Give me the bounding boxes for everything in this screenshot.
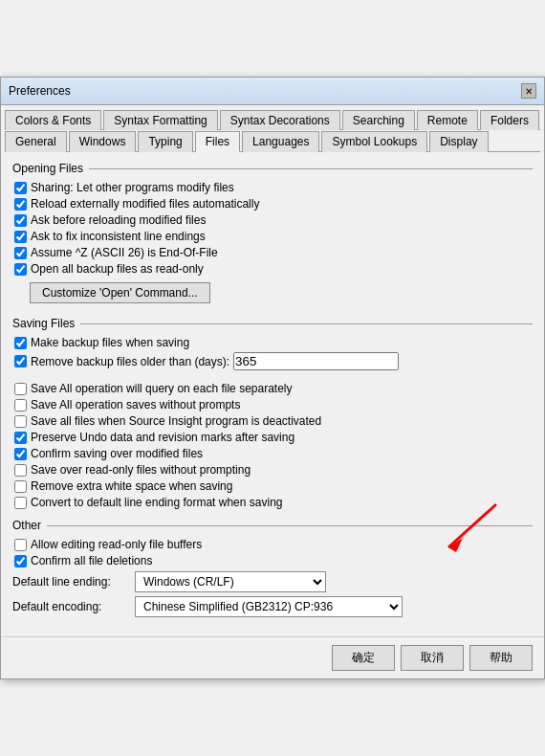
opening-files-section: Opening Files Sharing: Let other program… bbox=[12, 162, 533, 307]
checkbox-row-ask-fix: Ask to fix inconsistent line endings bbox=[12, 230, 533, 243]
label-save-all-query: Save All operation will query on each fi… bbox=[31, 382, 293, 395]
checkbox-assume-ctrl-z[interactable] bbox=[14, 247, 27, 259]
checkbox-confirm-saving[interactable] bbox=[14, 448, 27, 460]
footer: 确定 取消 帮助 bbox=[1, 636, 544, 678]
opening-checkboxes: Sharing: Let other programs modify files… bbox=[12, 181, 533, 276]
checkbox-save-all-no-prompt[interactable] bbox=[14, 399, 27, 411]
label-save-read-only: Save over read-only files without prompt… bbox=[31, 463, 251, 477]
label-confirm-delete: Confirm all file deletions bbox=[31, 554, 152, 567]
ok-button[interactable]: 确定 bbox=[332, 645, 395, 671]
saving-files-section: Saving Files Make backup files when savi… bbox=[12, 317, 533, 509]
tab-languages[interactable]: Languages bbox=[242, 131, 319, 152]
label-save-all-deactivated: Save all files when Source Insight progr… bbox=[31, 414, 321, 428]
checkbox-row-assume-ctrl-z: Assume ^Z (ASCII 26) is End-Of-File bbox=[12, 246, 533, 259]
checkbox-row-sharing: Sharing: Let other programs modify files bbox=[12, 181, 533, 194]
label-ask-fix: Ask to fix inconsistent line endings bbox=[31, 230, 206, 243]
label-preserve-undo: Preserve Undo data and revision marks af… bbox=[31, 431, 294, 444]
checkbox-row-allow-editing: Allow editing read-only file buffers bbox=[12, 538, 533, 551]
checkbox-row-ask-before: Ask before reloading modified files bbox=[12, 213, 533, 227]
tab-folders[interactable]: Folders bbox=[480, 110, 539, 130]
saving-checkboxes-top: Make backup files when savingRemove back… bbox=[12, 336, 533, 370]
checkbox-make-backup[interactable] bbox=[14, 337, 27, 349]
label-confirm-saving: Confirm saving over modified files bbox=[31, 447, 203, 460]
content-wrapper: Opening Files Sharing: Let other program… bbox=[1, 152, 544, 636]
checkbox-ask-before[interactable] bbox=[14, 214, 27, 227]
tab-row-1: Colors & FontsSyntax FormattingSyntax De… bbox=[5, 109, 540, 130]
checkbox-confirm-delete[interactable] bbox=[14, 555, 27, 567]
checkbox-row-save-read-only: Save over read-only files without prompt… bbox=[12, 463, 533, 477]
tab-searching[interactable]: Searching bbox=[342, 110, 415, 130]
checkbox-row-confirm-saving: Confirm saving over modified files bbox=[12, 447, 533, 460]
tab-symbol-lookups[interactable]: Symbol Lookups bbox=[321, 131, 427, 152]
label-remove-whitespace: Remove extra white space when saving bbox=[31, 479, 232, 493]
checkbox-row-remove-whitespace: Remove extra white space when saving bbox=[12, 479, 533, 493]
close-button[interactable]: ✕ bbox=[521, 83, 536, 99]
checkbox-convert-line-ending[interactable] bbox=[14, 497, 27, 509]
content-area: Opening Files Sharing: Let other program… bbox=[1, 152, 544, 636]
other-section: Other Allow editing read-only file buffe… bbox=[12, 519, 533, 617]
tab-row-2: GeneralWindowsTypingFilesLanguagesSymbol… bbox=[5, 130, 540, 152]
tab-syntax-decorations[interactable]: Syntax Decorations bbox=[220, 110, 340, 130]
saving-checkboxes-bottom: Save All operation will query on each fi… bbox=[12, 382, 533, 509]
tab-remote[interactable]: Remote bbox=[417, 110, 478, 130]
label-save-all-no-prompt: Save All operation saves without prompts bbox=[31, 398, 240, 411]
checkbox-sharing[interactable] bbox=[14, 182, 27, 194]
checkbox-preserve-undo[interactable] bbox=[14, 432, 27, 444]
tab-general[interactable]: General bbox=[5, 131, 67, 152]
checkbox-row-save-all-deactivated: Save all files when Source Insight progr… bbox=[12, 414, 533, 428]
checkbox-row-convert-line-ending: Convert to default line ending format wh… bbox=[12, 496, 533, 509]
label-convert-line-ending: Convert to default line ending format wh… bbox=[31, 496, 283, 509]
tab-windows[interactable]: Windows bbox=[69, 131, 137, 152]
encoding-row: Default encoding: Chinese Simplified (GB… bbox=[12, 596, 533, 617]
opening-files-title: Opening Files bbox=[12, 162, 533, 175]
checkbox-row-save-all-query: Save All operation will query on each fi… bbox=[12, 382, 533, 395]
days-input[interactable] bbox=[233, 352, 399, 370]
checkbox-ask-fix[interactable] bbox=[14, 231, 27, 243]
line-ending-select[interactable]: Windows (CR/LF)Unix (LF)Mac (CR) bbox=[135, 571, 326, 592]
checkbox-allow-editing[interactable] bbox=[14, 539, 27, 551]
checkbox-open-backup[interactable] bbox=[14, 263, 27, 276]
label-open-backup: Open all backup files as read-only bbox=[31, 262, 204, 276]
encoding-label: Default encoding: bbox=[12, 600, 127, 613]
checkbox-save-read-only[interactable] bbox=[14, 464, 27, 477]
window-title: Preferences bbox=[9, 84, 71, 98]
checkbox-row-reload: Reload externally modified files automat… bbox=[12, 197, 533, 211]
line-ending-label: Default line ending: bbox=[12, 575, 127, 589]
checkbox-row-confirm-delete: Confirm all file deletions bbox=[12, 554, 533, 567]
cancel-button[interactable]: 取消 bbox=[401, 645, 464, 671]
label-allow-editing: Allow editing read-only file buffers bbox=[31, 538, 202, 551]
checkbox-row-remove-backup: Remove backup files older than (days): bbox=[12, 352, 533, 370]
customize-open-button[interactable]: Customize 'Open' Command... bbox=[30, 282, 210, 303]
checkbox-save-all-query[interactable] bbox=[14, 383, 27, 395]
checkbox-reload[interactable] bbox=[14, 198, 27, 211]
encoding-select[interactable]: Chinese Simplified (GB2312) CP:936UTF-8U… bbox=[135, 596, 403, 617]
checkbox-save-all-deactivated[interactable] bbox=[14, 415, 27, 428]
checkbox-row-make-backup: Make backup files when saving bbox=[12, 336, 533, 349]
help-button[interactable]: 帮助 bbox=[469, 645, 533, 671]
checkbox-remove-whitespace[interactable] bbox=[14, 480, 27, 493]
tab-typing[interactable]: Typing bbox=[138, 131, 192, 152]
label-ask-before: Ask before reloading modified files bbox=[31, 213, 206, 227]
checkbox-row-save-all-no-prompt: Save All operation saves without prompts bbox=[12, 398, 533, 411]
line-ending-row: Default line ending: Windows (CR/LF)Unix… bbox=[12, 571, 533, 592]
saving-files-title: Saving Files bbox=[12, 317, 533, 330]
other-title: Other bbox=[12, 519, 533, 532]
label-reload: Reload externally modified files automat… bbox=[31, 197, 259, 211]
label-sharing: Sharing: Let other programs modify files bbox=[31, 181, 234, 194]
checkbox-remove-backup[interactable] bbox=[14, 355, 27, 367]
label-make-backup: Make backup files when saving bbox=[31, 336, 189, 349]
checkbox-row-preserve-undo: Preserve Undo data and revision marks af… bbox=[12, 431, 533, 444]
preferences-window: Preferences ✕ Colors & FontsSyntax Forma… bbox=[0, 77, 545, 679]
tab-syntax-formatting[interactable]: Syntax Formatting bbox=[103, 110, 217, 130]
tab-bar: Colors & FontsSyntax FormattingSyntax De… bbox=[1, 105, 544, 152]
other-checkboxes: Allow editing read-only file buffersConf… bbox=[12, 538, 533, 567]
label-assume-ctrl-z: Assume ^Z (ASCII 26) is End-Of-File bbox=[31, 246, 218, 259]
tab-colors-fonts[interactable]: Colors & Fonts bbox=[5, 110, 101, 130]
title-bar: Preferences ✕ bbox=[1, 78, 544, 105]
tab-display[interactable]: Display bbox=[429, 131, 488, 152]
label-remove-backup: Remove backup files older than (days): bbox=[31, 355, 229, 368]
tab-files[interactable]: Files bbox=[195, 131, 240, 152]
checkbox-row-open-backup: Open all backup files as read-only bbox=[12, 262, 533, 276]
